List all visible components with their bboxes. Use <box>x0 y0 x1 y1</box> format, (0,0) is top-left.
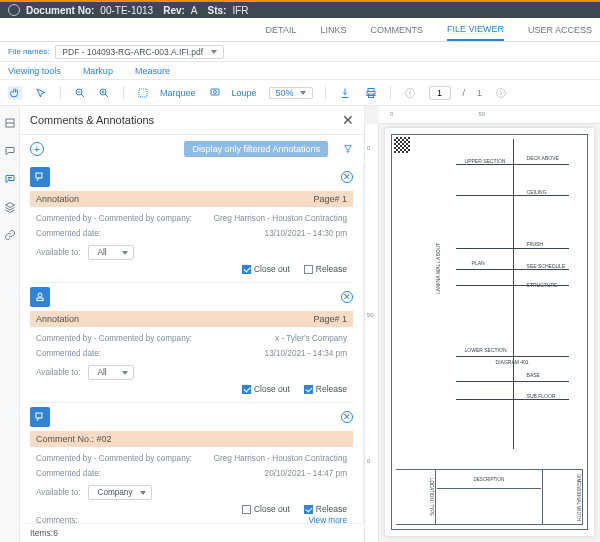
viewing-tab-tools[interactable]: Viewing tools <box>8 66 61 76</box>
meta-label: Commented date: <box>36 348 101 359</box>
loupe-label[interactable]: Loupe <box>232 88 257 98</box>
viewing-tab-measure[interactable]: Measure <box>135 66 170 76</box>
separator <box>390 86 391 100</box>
layers-icon[interactable] <box>3 200 17 214</box>
select-icon[interactable] <box>34 86 48 100</box>
funnel-icon[interactable] <box>342 143 354 155</box>
page-input[interactable] <box>429 86 451 100</box>
zoom-value: 50% <box>276 88 294 98</box>
rev-label: Rev: <box>163 5 185 16</box>
svg-rect-14 <box>36 413 42 418</box>
file-names-select[interactable]: PDF - 104093-RG-ARC-003.A.IFI.pdf <box>55 45 224 59</box>
viewing-tab-markup[interactable]: Markup <box>83 66 113 76</box>
meta-label: Commented by - Commented by company: <box>36 333 192 344</box>
stamp-marker-icon[interactable] <box>30 287 50 307</box>
viewer-toolbar: Marquee Loupe 50% / 1 <box>0 80 600 106</box>
callout-marker-icon[interactable] <box>30 167 50 187</box>
thumbnails-icon[interactable] <box>3 116 17 130</box>
ruler-horizontal: 050 <box>379 106 600 124</box>
closeout-checkbox[interactable]: Close out <box>242 384 290 394</box>
link-icon[interactable] <box>3 228 17 242</box>
meta-value: Greg Harrison - Houston Contracting <box>214 453 347 464</box>
meta-value: Greg Harrison - Houston Contracting <box>214 213 347 224</box>
add-annotation-button[interactable]: + <box>30 142 44 156</box>
available-to-select[interactable]: All <box>88 245 134 260</box>
available-to-select[interactable]: Company <box>88 485 151 500</box>
separator <box>123 86 124 100</box>
panel-footer: Items:6 <box>20 523 364 542</box>
tab-comments[interactable]: COMMENTS <box>370 20 423 40</box>
marquee-label[interactable]: Marquee <box>160 88 196 98</box>
page-sep: / <box>463 88 466 98</box>
app-logo-icon <box>8 4 20 16</box>
tab-detail[interactable]: DETAIL <box>266 20 297 40</box>
delete-icon[interactable]: ✕ <box>341 411 353 423</box>
marquee-icon[interactable] <box>136 86 150 100</box>
comments-panel-icon[interactable] <box>3 144 17 158</box>
closeout-checkbox[interactable]: Close out <box>242 264 290 274</box>
svg-point-4 <box>213 90 216 93</box>
svg-point-12 <box>38 293 42 297</box>
meta-value: x - Tyler's Company <box>275 333 347 344</box>
pan-icon[interactable] <box>8 86 22 100</box>
callout-marker-icon[interactable] <box>30 407 50 427</box>
annotation-type-label: Annotation <box>36 314 79 324</box>
chevron-down-icon <box>300 91 306 95</box>
meta-value: 20/10/2021 - 14:47 pm <box>265 468 347 479</box>
print-icon[interactable] <box>364 86 378 100</box>
comments-label: Comments: <box>36 516 78 523</box>
annotation-list[interactable]: ✕ Annotation Page# 1 Commented by - Comm… <box>20 163 364 523</box>
panel-close-icon[interactable]: ✕ <box>342 112 354 128</box>
left-rail <box>0 106 20 542</box>
svg-point-8 <box>405 88 414 97</box>
meta-label: Commented by - Commented by company: <box>36 213 192 224</box>
delete-icon[interactable]: ✕ <box>341 291 353 303</box>
tab-links[interactable]: LINKS <box>320 20 346 40</box>
title-block: LOCATION / TYPE DESCRIPTION DIMENSIONAL … <box>396 469 583 525</box>
svg-rect-11 <box>36 173 42 178</box>
zoom-out-icon[interactable] <box>73 86 87 100</box>
available-to-label: Available to: <box>36 248 80 257</box>
viewing-tabs: Viewing tools Markup Measure <box>0 62 600 80</box>
meta-label: Commented date: <box>36 228 101 239</box>
available-to-select[interactable]: All <box>88 365 134 380</box>
file-names-value: PDF - 104093-RG-ARC-003.A.IFI.pdf <box>62 47 203 57</box>
tab-file-viewer[interactable]: FILE VIEWER <box>447 19 504 41</box>
release-checkbox[interactable]: Release <box>304 264 347 274</box>
annotations-panel-icon[interactable] <box>3 172 17 186</box>
delete-icon[interactable]: ✕ <box>341 171 353 183</box>
annotation-header: Annotation Page# 1 <box>30 311 353 327</box>
sts-value: IFR <box>232 5 248 16</box>
drawing-page: UPPER SECTION DECK ABOVE CEILING FINISH … <box>385 128 594 536</box>
detail-tabs: DETAIL LINKS COMMENTS FILE VIEWER USER A… <box>0 18 600 42</box>
comment-no-label: Comment No.: #02 <box>36 434 112 444</box>
zoom-in-icon[interactable] <box>97 86 111 100</box>
download-icon[interactable] <box>338 86 352 100</box>
filter-annotations-button[interactable]: Display only filtered Annotations <box>184 141 328 157</box>
separator <box>60 86 61 100</box>
loupe-icon[interactable] <box>208 86 222 100</box>
prev-page-icon[interactable] <box>403 86 417 100</box>
chevron-down-icon <box>122 251 128 255</box>
comments-annotations-panel: Comments & Annotations ✕ + Display only … <box>20 106 365 542</box>
doc-no-value: 00-TE-1013 <box>100 5 153 16</box>
svg-rect-13 <box>37 298 43 301</box>
annotation-page-label: Page# 1 <box>313 194 347 204</box>
document-viewer[interactable]: 050 0500 UPPER SECTION DECK AB <box>365 106 600 542</box>
closeout-checkbox[interactable]: Close out <box>242 504 290 514</box>
panel-title: Comments & Annotations <box>30 114 154 126</box>
tab-user-access[interactable]: USER ACCESS <box>528 20 592 40</box>
next-page-icon[interactable] <box>494 86 508 100</box>
release-checkbox[interactable]: Release <box>304 384 347 394</box>
ruler-vertical: 0500 <box>365 124 379 542</box>
zoom-select[interactable]: 50% <box>269 87 313 99</box>
meta-value: 13/10/2021 - 14:34 pm <box>265 348 347 359</box>
release-checkbox[interactable]: Release <box>304 504 347 514</box>
svg-rect-3 <box>211 89 219 95</box>
available-to-label: Available to: <box>36 488 80 497</box>
annotation-type-label: Annotation <box>36 194 79 204</box>
view-more-link[interactable]: View more <box>308 516 347 523</box>
rev-value: A <box>191 5 198 16</box>
page-total: 1 <box>477 88 482 98</box>
chevron-down-icon <box>140 491 146 495</box>
